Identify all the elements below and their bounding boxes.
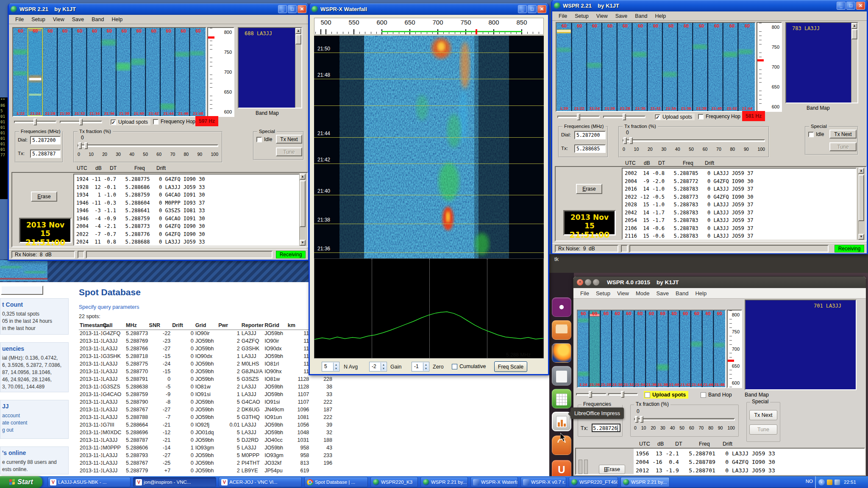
table-row[interactable]: 2013-11-15 18:14G4CAO5.288759 -90 IO91si… [79,391,333,398]
tx-next-button[interactable]: Tx Next [749,410,777,420]
erase-button[interactable]: Erase [576,184,602,194]
table-row[interactable]: 2013-11-14 22:04G4ZFQ5.288773 -220 IO90i… [79,330,333,337]
menu-item[interactable]: File [11,16,28,23]
band-map-scrollbar[interactable]: ▲ [295,28,301,108]
tune-slider-1[interactable] [576,391,606,398]
taskbar-item-vnc-3[interactable]: VACER-JOJ - VNC Vi... [219,477,302,487]
maximize-icon[interactable]: □ [528,5,537,13]
zero-spinner[interactable]: -1▲▼ [412,362,429,372]
tx-frequency-field[interactable]: 5.288726 [592,424,620,432]
scroll-up-icon[interactable]: ▲ [295,28,301,34]
table-row[interactable]: 2013-11-15 11:50LA3JJ5.288793 -270 JO59b… [79,452,333,459]
tune-slider-1[interactable] [557,114,600,120]
tx-frequency-field[interactable]: 5.288685 [574,144,606,153]
band-map-panel[interactable]: 783 LA3JJ ▲ [785,22,858,103]
menu-item[interactable]: Mode [632,289,653,297]
upload-spots-checkbox[interactable]: ✓ Upload spots [110,119,150,125]
wspr4-waterfall[interactable]: 60606060606060606060606060 1:2421:2621:2… [577,310,726,388]
maximize-icon[interactable]: □ [288,5,297,13]
maximize-icon[interactable]: □ [846,2,855,10]
table-row[interactable]: 2013-11-15 19:26LA3JJ5.288791 00 JO59bh5… [79,375,333,383]
checkbox-box[interactable] [808,132,814,137]
decode-table[interactable]: 2002 14 -0.8 5.288785 0 LA3JJ JO59 37200… [622,168,857,240]
table-row[interactable]: 2013-11-15 19:06LA3JJ5.288788 -70 JO59bh… [79,413,333,421]
erase-button[interactable]: EErase [599,465,625,474]
tune-slider-1[interactable] [14,119,56,125]
ubuntu-logo-icon[interactable] [552,297,571,317]
taskbar-item-wspr220-ft450[interactable]: WSPR220_FT450 [569,477,618,487]
menu-item[interactable]: File [555,12,571,20]
taskbar-item-browser[interactable]: Spot Database | ... [304,477,368,487]
table-row[interactable]: 2013-11-15 05:06LA3JJ5.288779 +70 JO59bh… [79,467,333,474]
scroll-up-icon[interactable]: ▲ [851,23,857,29]
table-row[interactable]: 2013-11-15 09:28LA3JJ5.288775 -240 JO59b… [79,360,333,368]
titlebar[interactable]: WSPR 2.21 by K1JT _ □ ✕ [9,3,308,15]
tune-slider-2[interactable] [603,114,645,120]
table-scrollbar[interactable]: ▲ ▼ [299,174,306,246]
close-icon[interactable]: ✕ [537,5,546,13]
titlebar[interactable]: WSPR-X Waterfall _ □ ✕ [310,3,548,15]
menu-item[interactable]: Band [631,12,651,20]
scroll-down-icon[interactable]: ▼ [300,240,306,246]
start-button[interactable]: Start [0,476,42,488]
waterfall[interactable]: 60606060606060606060606060 1:2221:2421:2… [12,27,206,117]
menu-item[interactable]: Save [68,16,88,23]
table-row[interactable]: 2013-11-15 07:22G7III5.288664 -210 IO92f… [79,421,333,429]
checkbox-box[interactable] [645,392,650,398]
tune-slider-2[interactable] [60,119,102,125]
tune-button[interactable]: Tune [829,142,857,151]
menu-item[interactable]: Help [651,12,670,20]
minimize-icon[interactable] [585,279,591,286]
tray-icon-2[interactable] [835,480,840,485]
table-row[interactable]: 2013-11-14 23:26LA3JJ5.288767 -250 JO59b… [79,459,333,467]
firefox-icon[interactable] [552,343,571,363]
minimize-icon[interactable]: _ [518,5,527,13]
menu-item[interactable]: View [614,289,632,297]
table-row[interactable]: 2013-11-14 22:00LA3JJ5.288769 -230 JO59b… [79,337,333,345]
table-row[interactable]: 2013-11-15 17:14M0XDC5.288696 -120 JO01d… [79,429,333,436]
table-row[interactable]: 2013-11-14 22:08G3SHK5.288718 -150 IO90d… [79,352,333,360]
menu-item[interactable]: View [593,12,612,20]
frequency-hop-checkbox[interactable]: Frequency Hop [698,114,740,119]
scroll-up-icon[interactable]: ▲ [858,168,864,174]
libreoffice-calc-icon[interactable] [552,389,571,408]
tune-button[interactable]: Tune [749,424,777,435]
checkbox-box[interactable] [256,137,262,142]
waterfall[interactable]: 60606060606060606060606060 1:2021:2221:2… [556,22,756,112]
frequency-hop-checkbox[interactable]: Frequency Hop [153,119,195,125]
menu-item[interactable]: Save [653,289,672,297]
dial-frequency-field[interactable]: 5.287200 [574,131,606,139]
freq-scale-button[interactable]: Freq Scale [494,361,527,372]
taskbar-item-wsprx-app[interactable]: WSPR-X v0.7 r... [520,477,566,487]
upload-spots-checkbox[interactable]: Upload spots [644,391,688,399]
wspr4-band-map[interactable]: 701 LA3JJ [745,299,857,390]
taskbar-item-wspr221-a[interactable]: WSPR 2.21 by... [420,477,468,487]
checkbox-box[interactable]: ✓ [111,119,116,125]
table-row[interactable]: 2013-11-15 00:20LA3JJ5.288766 -270 JO59b… [79,345,333,352]
files-icon[interactable] [552,320,571,340]
maximize-icon[interactable] [593,279,599,286]
tx-next-button[interactable]: Tx Next [829,130,857,139]
wspr4-titlebar[interactable]: × WSPR 4.0 r3015 by K1JT [573,277,866,288]
titlebar[interactable]: WSPR 2.21 by K1JT _ □ ✕ [552,0,867,11]
minimize-icon[interactable]: _ [837,2,846,10]
tray-icon-1[interactable] [827,480,832,485]
taskbar-item-wsprx-waterfall[interactable]: WSPR-X Waterfall [470,477,518,487]
tx-fraction-slider[interactable] [634,416,735,423]
menu-item[interactable]: Band [88,16,108,23]
menu-item[interactable]: View [49,16,68,23]
table-row[interactable]: 2013-11-15 01:48LA3JJ5.288770 -150 JO59b… [79,368,333,375]
decode-table[interactable]: 1956 13 -2.1 5.288701 0 LA3JJ JO59 33200… [634,449,864,474]
decode-table[interactable]: 1924 -11 -0.7 5.288775 0 G4ZFQ IO90 3019… [73,174,300,246]
minimize-icon[interactable]: _ [278,5,287,13]
menu-item[interactable]: File [577,289,593,297]
taskbar-item-vnc-2[interactable]: Vjon@inspiron - VNC... [133,477,216,487]
hide-icons-icon[interactable]: ‹ [818,479,825,485]
menu-item[interactable]: Setup [571,12,593,20]
menu-item[interactable]: Help [108,16,126,23]
wsprx-waterfall[interactable]: 21:50 21:48 21:44 21:42 21:40 21:38 21:3… [314,36,544,258]
n-avg-spinner[interactable]: 5▲▼ [322,362,339,372]
idle-checkbox[interactable]: Idle [808,131,824,137]
menu-item[interactable]: Save [612,12,632,20]
scroll-up-icon[interactable]: ▲ [300,174,306,180]
